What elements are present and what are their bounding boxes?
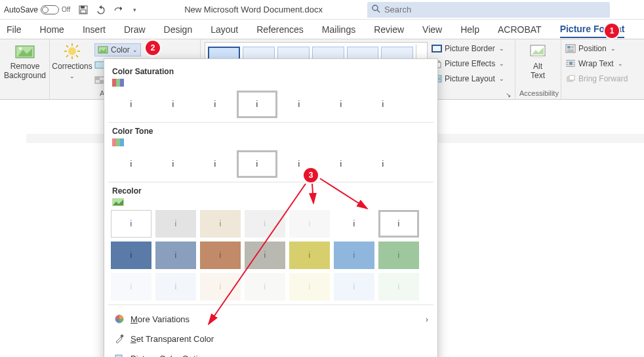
save-icon[interactable] [78,5,89,15]
alt-text-button[interactable]: AltText [519,42,556,80]
recolor-swatch[interactable]: ⅰ [289,273,330,301]
bring-forward-button[interactable]: Bring Forward [565,72,628,85]
recolor-swatch[interactable]: ⅰ [155,210,196,238]
set-transparent-label: Set Transparent Color [131,334,214,344]
position-button[interactable]: Position⌄ [565,42,628,55]
tab-insert[interactable]: Insert [83,22,106,37]
recolor-swatch[interactable]: ⅰ [245,273,285,301]
ribbon-tabs: File Home Insert Draw Design Layout Refe… [0,20,644,39]
corrections-button[interactable]: Corrections⌄ [54,42,91,80]
tab-design[interactable]: Design [164,22,193,37]
callout-1: 1 [605,24,619,38]
recolor-swatch[interactable]: ⅰ [155,273,196,301]
undo-icon[interactable] [95,5,106,15]
recolor-swatch[interactable]: ⅰ [334,210,374,238]
tab-acrobat[interactable]: ACROBAT [498,22,542,37]
options-icon [113,352,125,357]
recolor-swatch[interactable]: ⅰ [155,242,196,269]
tone-swatch[interactable]: ⅰ [111,150,151,178]
saturation-swatch[interactable]: ⅰ [153,91,193,118]
recolor-swatch[interactable]: ⅰ [378,242,419,269]
recolor-swatch[interactable]: ⅰ [245,210,285,238]
saturation-swatch[interactable]: ⅰ [279,91,319,118]
search-bar[interactable] [367,2,610,18]
picture-layout-button[interactable]: Picture Layout⌄ [432,72,504,85]
svg-rect-1 [81,6,85,9]
recolor-swatch[interactable]: ⅰ [111,242,151,269]
tab-references[interactable]: References [256,22,304,37]
picture-effects-button[interactable]: Picture Effects⌄ [432,57,504,70]
recolor-preset-icon [112,198,124,207]
color-wheel-icon [113,313,125,325]
tone-swatch[interactable]: ⅰ [153,150,193,178]
tone-swatch[interactable]: ⅰ [363,150,403,178]
tone-row: ⅰ ⅰ ⅰ ⅰ ⅰ ⅰ ⅰ [111,150,431,178]
callout-2: 2 [146,41,160,55]
recolor-swatch[interactable]: ⅰ [378,210,419,238]
recolor-swatch[interactable]: ⅰ [200,242,241,269]
callout-3: 3 [304,168,318,182]
tab-home[interactable]: Home [40,22,64,37]
position-label: Position [578,44,607,53]
color-button[interactable]: Color ⌄ [94,43,141,56]
picture-border-button[interactable]: Picture Border⌄ [432,42,504,55]
redo-icon[interactable] [112,5,123,15]
svg-rect-35 [533,56,542,58]
group-accessibility: AltText Accessibility [515,39,561,99]
alt-text-icon [527,42,548,60]
recolor-swatch[interactable]: ⅰ [378,273,419,301]
svg-rect-19 [95,62,104,68]
qat-dropdown-icon[interactable]: ▾ [129,5,140,15]
remove-background-button[interactable]: Remove Background [4,42,46,80]
saturation-swatch[interactable]: ⅰ [111,91,151,118]
recolor-swatch[interactable]: ⅰ [245,242,285,269]
recolor-swatch[interactable]: ⅰ [111,210,151,238]
corrections-label: Corrections⌄ [52,62,92,80]
svg-rect-51 [112,79,116,87]
autosave-label: AutoSave [4,5,38,14]
saturation-swatch[interactable]: ⅰ [363,91,403,118]
picture-color-options-item[interactable]: Picture Color Options... [111,348,431,357]
saturation-swatch[interactable]: ⅰ [321,91,361,118]
bring-forward-label: Bring Forward [578,74,628,83]
svg-line-13 [66,45,68,47]
section-color-tone: Color Tone [112,127,431,136]
tab-mailings[interactable]: Mailings [322,22,355,37]
toggle-off-icon [41,5,59,14]
svg-rect-26 [432,45,441,52]
svg-rect-42 [569,62,573,65]
autosave-toggle[interactable]: AutoSave Off [4,5,70,14]
picture-layout-label: Picture Layout [445,74,495,83]
recolor-swatch[interactable]: ⅰ [200,273,241,301]
chevron-down-icon: ⌄ [132,47,138,53]
position-icon [565,43,576,54]
group-launcher-icon[interactable]: ↘ [506,91,511,98]
tab-file[interactable]: File [7,22,22,37]
svg-rect-50 [569,75,574,80]
recolor-swatch[interactable]: ⅰ [111,273,151,301]
svg-line-4 [377,10,380,12]
tab-help[interactable]: Help [460,22,479,37]
set-transparent-color-item[interactable]: Set Transparent Color [111,329,431,348]
saturation-swatch-selected[interactable]: ⅰ [237,91,277,118]
tab-view[interactable]: View [422,22,442,37]
recolor-swatch[interactable]: ⅰ [200,210,241,238]
recolor-swatch[interactable]: ⅰ [289,242,330,269]
tone-swatch[interactable]: ⅰ [321,150,361,178]
recolor-swatch[interactable]: ⅰ [334,273,374,301]
saturation-swatch[interactable]: ⅰ [195,91,235,118]
picture-border-label: Picture Border [445,44,495,53]
wrap-text-button[interactable]: Wrap Text⌄ [565,57,628,70]
tab-review[interactable]: Review [374,22,404,37]
recolor-swatch[interactable]: ⅰ [334,242,374,269]
wrap-text-label: Wrap Text [578,59,614,68]
tab-layout[interactable]: Layout [211,22,238,37]
tone-swatch-selected[interactable]: ⅰ [237,150,277,178]
bring-forward-icon [565,74,576,84]
search-input[interactable] [384,5,606,14]
svg-point-8 [68,47,76,55]
recolor-swatch[interactable]: ⅰ [289,210,330,238]
tab-draw[interactable]: Draw [124,22,146,37]
tone-swatch[interactable]: ⅰ [195,150,235,178]
more-variations-item[interactable]: More Variations › [111,309,431,329]
